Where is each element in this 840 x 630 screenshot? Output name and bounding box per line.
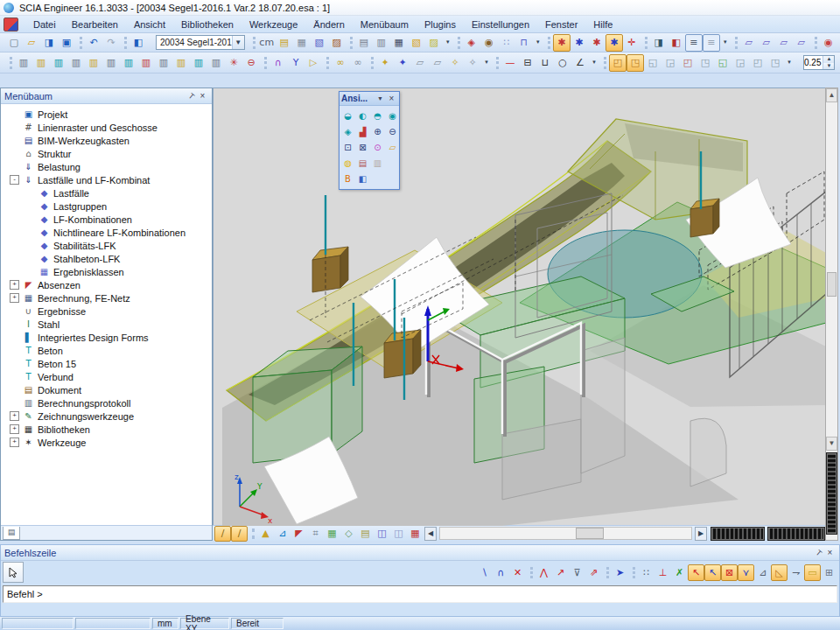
- snap-edge-button[interactable]: ⊿: [754, 564, 771, 581]
- tree-item-beton[interactable]: T Beton: [1, 344, 212, 357]
- close-icon[interactable]: ×: [824, 548, 836, 557]
- menu-einstellungen[interactable]: Einstellungen: [464, 18, 537, 32]
- zoom-selection-button[interactable]: ⊙: [370, 140, 385, 155]
- picture-edit-button[interactable]: ◉: [480, 34, 498, 52]
- snap-tangent-button[interactable]: ⇁: [788, 564, 804, 581]
- support-button[interactable]: ✳: [225, 54, 242, 72]
- palette-header[interactable]: Ansi... ▼ ×: [340, 92, 399, 106]
- save-button[interactable]: ▣: [58, 34, 75, 52]
- menu-ansicht[interactable]: Ansicht: [126, 18, 173, 32]
- overflow-button[interactable]: ▾: [443, 34, 453, 52]
- menu-datei[interactable]: Datei: [25, 18, 64, 32]
- tree-expand-toggle[interactable]: +: [10, 293, 19, 303]
- line-snap-button[interactable]: ∖: [476, 564, 493, 581]
- horizontal-scroll-thumb[interactable]: [576, 528, 604, 539]
- opening-button[interactable]: ▥: [120, 54, 137, 72]
- save-all-button[interactable]: ◨: [40, 34, 58, 52]
- beam-button[interactable]: ▥: [67, 54, 85, 72]
- tree-item-bim[interactable]: ▤ BIM-Werkzeugkasten: [1, 134, 212, 147]
- curve-button[interactable]: ∩: [270, 54, 287, 72]
- move-point-button[interactable]: ↗: [552, 564, 569, 581]
- menu-aendern[interactable]: Ändern: [305, 18, 352, 32]
- attributes-button[interactable]: ▦: [293, 34, 311, 52]
- print-preview-button[interactable]: ▥: [373, 34, 390, 52]
- clipboard-2-button[interactable]: ▱: [758, 34, 775, 52]
- tree-expand-toggle[interactable]: +: [10, 411, 19, 421]
- circle-tool-button[interactable]: ○: [554, 54, 571, 72]
- delete-button[interactable]: ✕: [509, 564, 526, 581]
- pin-icon[interactable]: T: [186, 91, 197, 101]
- load-panel-1-button[interactable]: ✱: [553, 34, 570, 52]
- project-item-combo[interactable]: 20034 Segel1-201 ▼: [156, 35, 245, 50]
- tree-expand-toggle[interactable]: -: [10, 175, 19, 185]
- tree-item-zeichnungswerkzeuge[interactable]: + ✎ Zeichnungswerkzeuge: [1, 410, 212, 423]
- book-button[interactable]: ▤: [357, 526, 374, 542]
- results-chart-button[interactable]: ⊿: [274, 526, 290, 542]
- target-button[interactable]: ✛: [623, 34, 640, 52]
- tree-expand-toggle[interactable]: +: [10, 280, 19, 290]
- render-mode-button[interactable]: ▟: [355, 124, 370, 139]
- vertical-scrollbar[interactable]: ▲ ▼: [825, 88, 838, 541]
- snap-ortho-button[interactable]: ◺: [771, 564, 788, 581]
- clipping-box-button[interactable]: ▱: [385, 140, 400, 155]
- clipboard-3-button[interactable]: ▱: [775, 34, 793, 52]
- tree-item-beton-15[interactable]: T Beton 15: [1, 357, 212, 370]
- coord-info-button[interactable]: B: [340, 172, 355, 186]
- segment-button[interactable]: ⇗: [585, 564, 602, 581]
- tree-item-lf-kombinationen[interactable]: ◆ LF-Kombinationen: [1, 213, 212, 226]
- tree-item-stahl[interactable]: I Stahl: [1, 318, 212, 331]
- open-button[interactable]: ▱: [23, 34, 40, 52]
- member-button[interactable]: ▥: [190, 54, 207, 72]
- horizontal-scrollbar[interactable]: [439, 527, 692, 540]
- zoom-in-button[interactable]: ⊕: [370, 124, 385, 139]
- layer-f2-button[interactable]: ◳: [626, 54, 644, 72]
- gallery-button[interactable]: ◈: [463, 34, 480, 52]
- menu-werkzeuge[interactable]: Werkzeuge: [242, 18, 305, 32]
- snap-endpoint-button[interactable]: ↖: [688, 564, 704, 581]
- calculator-button[interactable]: ▦: [390, 34, 408, 52]
- grid-settings-button[interactable]: ∷: [498, 34, 515, 52]
- load-panel-3-button[interactable]: ✱: [588, 34, 606, 52]
- clipboard-4-button[interactable]: ▱: [793, 34, 810, 52]
- menu-hilfe[interactable]: Hilfe: [585, 18, 620, 32]
- profile-button[interactable]: ▥: [32, 54, 50, 72]
- scroll-right-button[interactable]: ▶: [695, 527, 707, 541]
- flag-button[interactable]: ▷: [304, 54, 322, 72]
- light-button[interactable]: ◍: [340, 156, 355, 171]
- zoom-window-button[interactable]: ⊡: [340, 140, 355, 155]
- tree-item-lastfaelle[interactable]: ◆ Lastfälle: [1, 186, 212, 200]
- tree-item-idf[interactable]: ▌ Integriertes Design Forms: [1, 331, 212, 344]
- layer-f6-button[interactable]: ◳: [696, 54, 714, 72]
- tree-item-belastung[interactable]: ⇓ Belastung: [1, 160, 212, 173]
- load-person-button[interactable]: Y: [287, 54, 304, 72]
- close-icon[interactable]: ×: [197, 91, 208, 101]
- view-top-button[interactable]: ◒: [340, 108, 355, 123]
- undo-button[interactable]: ↶: [85, 34, 102, 52]
- collapsed-ruler-vertical[interactable]: [826, 452, 837, 535]
- tree-item-stahlbeton-lfk[interactable]: ◆ Stahlbeton-LFK: [1, 252, 212, 265]
- menu-bearbeiten[interactable]: Bearbeiten: [64, 18, 126, 32]
- layer-f9-button[interactable]: ◰: [749, 54, 766, 72]
- panel-tab-icon[interactable]: ▤: [3, 527, 20, 540]
- view-side-button[interactable]: ◓: [370, 108, 385, 123]
- tree-item-nichtlineare-lfk[interactable]: ◆ Nichtlineare LF-Kombinationen: [1, 226, 212, 239]
- overflow-button[interactable]: ▾: [589, 54, 599, 72]
- layer-f5-button[interactable]: ◰: [679, 54, 696, 72]
- intersection-button[interactable]: ✗: [671, 564, 688, 581]
- overflow-button[interactable]: ▾: [720, 34, 731, 52]
- vertical-scroll-thumb[interactable]: [827, 272, 836, 297]
- view-axo-button[interactable]: ◉: [385, 108, 400, 123]
- bolt-1-button[interactable]: ✧: [446, 54, 464, 72]
- span-tool-button[interactable]: ⊔: [536, 54, 554, 72]
- zoom-out-button[interactable]: ⊖: [385, 124, 400, 139]
- tree-item-werkzeuge[interactable]: + ✶ Werkzeuge: [1, 436, 212, 449]
- clip-plane-1-button[interactable]: ∕: [214, 526, 231, 542]
- display-mode-button[interactable]: ◨: [650, 34, 668, 52]
- grid-red-button[interactable]: ▦: [407, 526, 424, 542]
- select-layer-button[interactable]: ▲: [257, 526, 274, 542]
- model-viewport[interactable]: Ansi... ▼ × ◒◐◓◉◈▟⊕⊖⊡⊠⊙▱◍▤▥B◧: [213, 88, 825, 525]
- tree-item-linienraster[interactable]: # Linienraster und Geschosse: [1, 121, 212, 134]
- dimension-style-button[interactable]: ⊓: [515, 34, 533, 52]
- view-front-button[interactable]: ◐: [355, 108, 370, 123]
- render-button[interactable]: ◧: [668, 34, 685, 52]
